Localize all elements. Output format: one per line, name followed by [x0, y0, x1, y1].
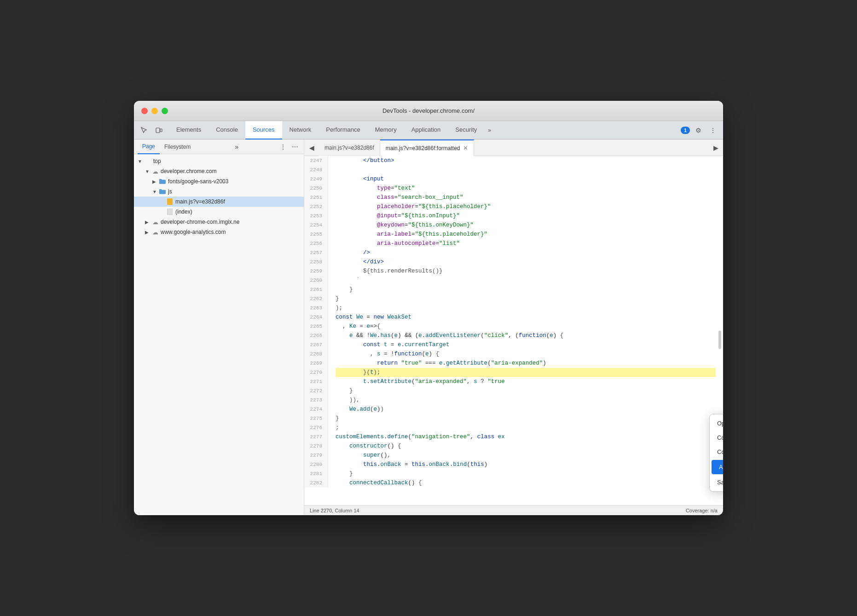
- minimize-button[interactable]: [151, 108, 158, 114]
- tree-item-js[interactable]: ▼ js: [134, 186, 304, 197]
- code-line-2272: }: [336, 386, 716, 395]
- code-line-2259: ${this.renderResults()}: [336, 267, 716, 276]
- code-line-2269: return "true" === e.getAttribute("aria-e…: [336, 359, 716, 368]
- sidebar-action-new[interactable]: ⋯: [290, 142, 300, 152]
- tree-label-chrome-dev: developer.chrome.com: [161, 168, 216, 174]
- folder-icon-fonts: [159, 178, 166, 185]
- tree-label-index: (index): [175, 209, 192, 215]
- scrollbar-thumb[interactable]: [718, 331, 721, 349]
- tree-item-main-js[interactable]: ▶ main.js?v=e382d86f: [134, 197, 304, 207]
- tab-performance[interactable]: Performance: [318, 121, 367, 139]
- file-icon-main-js: [166, 198, 174, 205]
- ctx-open-new-tab[interactable]: Open in new tab: [710, 416, 723, 430]
- code-line-2255: aria-label="${this.placeholder}": [336, 230, 716, 239]
- settings-icon[interactable]: ⚙: [692, 124, 705, 137]
- code-line-2250: type="text": [336, 184, 716, 193]
- file-tree: ▼ top ▼ ☁ developer.chrome.com ▶: [134, 154, 304, 515]
- code-lines: </button> <input type="text" class="sear…: [328, 156, 723, 488]
- status-position: Line 2270, Column 14: [310, 508, 359, 513]
- tree-arrow-js: ▼: [152, 189, 159, 194]
- editor-tab-main-js-formatted[interactable]: main.js?v=e382d86f:formatted ✕: [380, 139, 474, 156]
- sidebar: Page Filesystem » ⋮ ⋯ ▼ top: [134, 139, 304, 515]
- editor-back-button[interactable]: ◀: [304, 139, 319, 156]
- more-options-icon[interactable]: ⋮: [706, 124, 719, 137]
- window-controls: [141, 108, 168, 114]
- line-numbers: 2247 2248 2249 2250 2251 2252 2253 2254 …: [304, 156, 328, 488]
- ctx-copy-link[interactable]: Copy link address: [710, 430, 723, 445]
- tree-label-fonts: fonts/google-sans-v2003: [168, 178, 228, 185]
- main-tabbar: Elements Console Sources Network Perform…: [134, 121, 723, 139]
- tab-actions: 1 ⚙ ⋮: [681, 124, 719, 137]
- tab-application[interactable]: Application: [404, 121, 448, 139]
- svg-rect-0: [156, 128, 160, 133]
- code-content: 2247 2248 2249 2250 2251 2252 2253 2254 …: [304, 156, 723, 488]
- code-line-2280: this.onBack = this.onBack.bind(this): [336, 460, 716, 469]
- close-button[interactable]: [141, 108, 148, 114]
- status-coverage: Coverage: n/a: [686, 508, 718, 513]
- code-line-2264: const We = new WeakSet: [336, 313, 716, 322]
- code-editor[interactable]: 2247 2248 2249 2250 2251 2252 2253 2254 …: [304, 156, 723, 505]
- tab-memory[interactable]: Memory: [368, 121, 404, 139]
- tree-label-main-js: main.js?v=e382d86f: [175, 198, 225, 205]
- sidebar-action-collapse[interactable]: ⋮: [278, 142, 288, 152]
- device-toggle-icon[interactable]: [152, 124, 165, 137]
- titlebar: DevTools - developer.chrome.com/: [134, 101, 723, 121]
- editor-tab-close-icon[interactable]: ✕: [463, 145, 468, 151]
- sidebar-tab-page[interactable]: Page: [138, 139, 160, 154]
- tree-item-index[interactable]: ▶ (index): [134, 207, 304, 217]
- context-menu: Open in new tab Copy link address Copy f…: [709, 414, 723, 492]
- code-line-2275: }: [336, 414, 716, 423]
- tree-arrow-chrome-dev: ▼: [145, 169, 151, 174]
- code-line-2267: const t = e.currentTarget: [336, 340, 716, 349]
- code-line-2271: t.setAttribute("aria-expanded", s ? "tru…: [336, 377, 716, 386]
- sidebar-tab-filesystem[interactable]: Filesystem: [160, 139, 195, 154]
- code-line-2274: We.add(e)): [336, 405, 716, 414]
- editor-tab-main-js[interactable]: main.js?v=e382d86f: [319, 139, 380, 156]
- code-line-2266: e && !We.has(e) && (e.addEventListener("…: [336, 331, 716, 340]
- notification-badge: 1: [681, 127, 690, 134]
- code-line-2262: }: [336, 294, 716, 303]
- tree-item-fonts[interactable]: ▶ fonts/google-sans-v2003: [134, 176, 304, 186]
- cloud-icon-imgix: ☁: [151, 218, 159, 226]
- code-line-2270: }(t);: [336, 368, 716, 377]
- sidebar-tabs-more[interactable]: »: [235, 143, 238, 151]
- ctx-copy-filename[interactable]: Copy file name: [710, 445, 723, 459]
- svg-rect-2: [167, 198, 173, 205]
- cloud-icon-chrome-dev: ☁: [151, 168, 159, 175]
- tree-label-js: js: [168, 188, 172, 195]
- devtools-window: DevTools - developer.chrome.com/ Element…: [134, 101, 723, 515]
- statusbar: Line 2270, Column 14 Coverage: n/a: [304, 505, 723, 515]
- tree-item-chrome-dev[interactable]: ▼ ☁ developer.chrome.com: [134, 166, 304, 176]
- code-line-2278: constructor() {: [336, 442, 716, 451]
- code-line-2263: );: [336, 303, 716, 313]
- tree-arrow-fonts: ▶: [152, 179, 159, 184]
- tree-item-top[interactable]: ▼ top: [134, 156, 304, 166]
- editor-area: ◀ main.js?v=e382d86f main.js?v=e382d86f:…: [304, 139, 723, 515]
- code-line-2247: </button>: [336, 156, 716, 165]
- sidebar-tabs: Page Filesystem » ⋮ ⋯: [134, 139, 304, 154]
- tab-sources[interactable]: Sources: [245, 121, 282, 139]
- tree-label-imgix: developer-chrome-com.imgix.ne: [161, 219, 239, 225]
- tab-security[interactable]: Security: [448, 121, 484, 139]
- tree-item-analytics[interactable]: ▶ ☁ www.google-analytics.com: [134, 227, 304, 237]
- devtools-controls: [138, 124, 165, 137]
- code-line-2257: />: [336, 248, 716, 257]
- tree-label-top: top: [153, 158, 161, 164]
- tab-console[interactable]: Console: [208, 121, 245, 139]
- code-line-2277: customElements.define("navigation-tree",…: [336, 432, 716, 442]
- inspect-icon[interactable]: [138, 124, 151, 137]
- maximize-button[interactable]: [162, 108, 168, 114]
- editor-forward-button[interactable]: ▶: [708, 139, 723, 156]
- tab-network[interactable]: Network: [282, 121, 319, 139]
- tree-item-imgix[interactable]: ▶ ☁ developer-chrome-com.imgix.ne: [134, 217, 304, 227]
- code-line-2281: }: [336, 469, 716, 478]
- code-line-2251: class="search-box__input": [336, 193, 716, 202]
- ctx-add-ignore[interactable]: Add script to ignore list: [712, 460, 723, 474]
- tabs-more-button[interactable]: »: [484, 127, 495, 134]
- folder-icon-top: [144, 157, 151, 165]
- code-line-2265: , Ke = e=>{: [336, 322, 716, 331]
- file-icon-index: [166, 208, 174, 215]
- ctx-save-as[interactable]: Save as...: [710, 475, 723, 489]
- tab-elements[interactable]: Elements: [169, 121, 208, 139]
- code-line-2279: super(),: [336, 451, 716, 460]
